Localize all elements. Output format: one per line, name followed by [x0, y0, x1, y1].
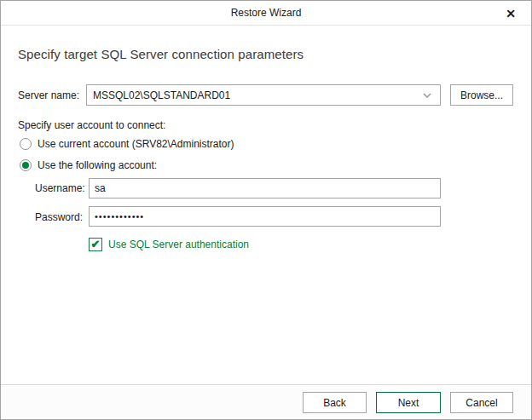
server-name-combobox[interactable]: MSSQL02\SQLSTANDARD01	[86, 84, 441, 106]
radio-unselected-icon[interactable]	[20, 138, 32, 150]
radio-selected-icon[interactable]	[20, 159, 32, 171]
radio-option-following-account[interactable]: Use the following account:	[20, 159, 157, 171]
username-field[interactable]	[89, 178, 441, 198]
checkmark-icon: ✔	[91, 239, 101, 250]
window-title: Restore Wizard	[231, 7, 302, 19]
restore-wizard-dialog: Restore Wizard ✕ Specify target SQL Serv…	[0, 0, 532, 420]
radio-option-label: Use the following account:	[38, 159, 157, 171]
close-icon: ✕	[506, 7, 516, 20]
account-section-label: Specify user account to connect:	[18, 119, 165, 131]
cancel-button[interactable]: Cancel	[450, 392, 513, 413]
back-button[interactable]: Back	[303, 392, 367, 413]
username-label: Username:	[35, 182, 85, 194]
chevron-down-icon	[419, 85, 435, 105]
sql-auth-checkbox-row[interactable]: ✔ Use SQL Server authentication	[89, 238, 249, 251]
checkbox-checked-icon[interactable]: ✔	[89, 238, 102, 251]
server-name-value: MSSQL02\SQLSTANDARD01	[93, 89, 230, 101]
next-button[interactable]: Next	[376, 392, 441, 413]
password-field[interactable]	[89, 206, 441, 227]
browse-button[interactable]: Browse...	[450, 84, 513, 106]
page-title: Specify target SQL Server connection par…	[18, 47, 304, 61]
titlebar: Restore Wizard ✕	[1, 1, 531, 26]
sql-auth-checkbox-label: Use SQL Server authentication	[108, 239, 249, 250]
radio-option-label: Use current account (SRV82\Administrator…	[38, 138, 234, 150]
close-button[interactable]: ✕	[499, 4, 523, 23]
password-label: Password:	[35, 211, 83, 223]
radio-option-current-account[interactable]: Use current account (SRV82\Administrator…	[20, 138, 234, 150]
server-name-label: Server name:	[18, 89, 79, 101]
